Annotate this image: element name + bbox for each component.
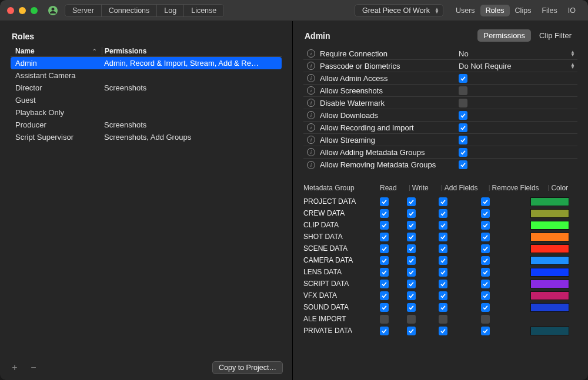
metadata-remove-checkbox[interactable] (481, 209, 490, 218)
permission-checkbox[interactable] (459, 74, 467, 83)
menu-server[interactable]: Server (65, 5, 102, 16)
metadata-add-checkbox[interactable] (439, 291, 447, 300)
metadata-remove-checkbox[interactable] (481, 256, 490, 265)
menu-license[interactable]: License (184, 5, 223, 16)
role-row[interactable]: Assistant Camera (11, 69, 282, 82)
metadata-remove-checkbox[interactable] (481, 221, 490, 230)
metadata-remove-checkbox[interactable] (481, 268, 490, 277)
metadata-add-checkbox[interactable] (439, 256, 447, 265)
info-icon[interactable]: i (307, 74, 315, 82)
role-row[interactable]: Guest (11, 94, 282, 106)
permission-checkbox[interactable] (459, 136, 467, 144)
copy-to-project-button[interactable]: Copy to Project… (212, 361, 283, 374)
color-swatch[interactable] (530, 221, 569, 230)
color-swatch[interactable] (530, 256, 569, 265)
info-icon[interactable]: i (307, 86, 315, 95)
metadata-read-checkbox[interactable] (380, 291, 389, 300)
permission-checkbox[interactable] (459, 160, 467, 169)
color-swatch[interactable] (530, 303, 569, 312)
user-icon[interactable] (48, 6, 58, 15)
nav-tab-clips[interactable]: Clips (510, 5, 537, 16)
color-swatch[interactable] (530, 209, 569, 218)
column-header-name[interactable]: Name ⌃ (11, 47, 102, 55)
metadata-read-checkbox[interactable] (380, 221, 389, 230)
metadata-remove-checkbox[interactable] (481, 303, 490, 312)
metadata-add-checkbox[interactable] (439, 209, 447, 218)
permission-checkbox[interactable] (459, 99, 467, 107)
permission-select[interactable]: No▲▼ (459, 49, 577, 58)
metadata-remove-checkbox[interactable] (481, 197, 490, 206)
metadata-write-checkbox[interactable] (407, 327, 416, 335)
color-swatch[interactable] (530, 291, 569, 300)
menu-log[interactable]: Log (157, 5, 184, 16)
metadata-write-checkbox[interactable] (407, 256, 416, 265)
metadata-add-checkbox[interactable] (439, 303, 447, 312)
color-swatch[interactable] (530, 197, 569, 206)
metadata-write-checkbox[interactable] (407, 291, 416, 300)
color-swatch[interactable] (530, 268, 569, 277)
metadata-read-checkbox[interactable] (380, 327, 389, 335)
metadata-add-checkbox[interactable] (439, 268, 447, 277)
permission-checkbox[interactable] (459, 86, 467, 95)
remove-role-button[interactable]: − (28, 362, 39, 373)
metadata-read-checkbox[interactable] (380, 244, 389, 253)
metadata-read-checkbox[interactable] (380, 233, 389, 241)
nav-tab-io[interactable]: IO (563, 5, 581, 16)
add-role-button[interactable]: + (9, 362, 20, 373)
metadata-remove-checkbox[interactable] (481, 315, 490, 324)
color-swatch[interactable] (530, 280, 569, 288)
metadata-read-checkbox[interactable] (380, 256, 389, 265)
nav-tab-roles[interactable]: Roles (480, 5, 510, 16)
info-icon[interactable]: i (307, 123, 315, 132)
zoom-window-button[interactable] (31, 7, 38, 14)
info-icon[interactable]: i (307, 161, 315, 169)
metadata-add-checkbox[interactable] (439, 233, 447, 241)
metadata-write-checkbox[interactable] (407, 244, 416, 253)
metadata-remove-checkbox[interactable] (481, 327, 490, 335)
metadata-remove-checkbox[interactable] (481, 244, 490, 253)
column-header-permissions[interactable]: Permissions (102, 47, 282, 55)
metadata-read-checkbox[interactable] (380, 197, 389, 206)
info-icon[interactable]: i (307, 49, 315, 58)
metadata-write-checkbox[interactable] (407, 268, 416, 277)
permission-checkbox[interactable] (459, 111, 467, 120)
minimize-window-button[interactable] (19, 7, 26, 14)
metadata-remove-checkbox[interactable] (481, 291, 490, 300)
metadata-read-checkbox[interactable] (380, 209, 389, 218)
tab-clip-filter[interactable]: Clip Filter (533, 29, 577, 42)
metadata-read-checkbox[interactable] (380, 315, 389, 324)
role-row[interactable]: Playback Only (11, 106, 282, 119)
metadata-read-checkbox[interactable] (380, 268, 389, 277)
permission-checkbox[interactable] (459, 148, 467, 157)
color-swatch[interactable] (530, 327, 569, 335)
metadata-add-checkbox[interactable] (439, 315, 447, 324)
permission-select[interactable]: Do Not Require▲▼ (459, 62, 577, 70)
menu-connections[interactable]: Connections (102, 5, 158, 16)
metadata-read-checkbox[interactable] (380, 303, 389, 312)
metadata-write-checkbox[interactable] (407, 197, 416, 206)
metadata-add-checkbox[interactable] (439, 221, 447, 230)
metadata-remove-checkbox[interactable] (481, 233, 490, 241)
metadata-remove-checkbox[interactable] (481, 280, 490, 288)
project-selector[interactable]: Great Piece Of Work ▲▼ (355, 4, 443, 17)
metadata-write-checkbox[interactable] (407, 221, 416, 230)
metadata-add-checkbox[interactable] (439, 280, 447, 288)
color-swatch[interactable] (530, 244, 569, 253)
role-row[interactable]: AdminAdmin, Record & Import, Stream, Add… (11, 57, 282, 69)
metadata-add-checkbox[interactable] (439, 197, 447, 206)
metadata-add-checkbox[interactable] (439, 244, 447, 253)
close-window-button[interactable] (7, 7, 14, 14)
info-icon[interactable]: i (307, 111, 315, 119)
nav-tab-files[interactable]: Files (536, 5, 562, 16)
info-icon[interactable]: i (307, 99, 315, 107)
color-swatch[interactable] (530, 233, 569, 241)
role-row[interactable]: DirectorScreenshots (11, 82, 282, 94)
permission-checkbox[interactable] (459, 123, 467, 132)
metadata-write-checkbox[interactable] (407, 209, 416, 218)
nav-tab-users[interactable]: Users (450, 5, 480, 16)
metadata-add-checkbox[interactable] (439, 327, 447, 335)
info-icon[interactable]: i (307, 136, 315, 144)
info-icon[interactable]: i (307, 62, 315, 70)
metadata-write-checkbox[interactable] (407, 280, 416, 288)
role-row[interactable]: ProducerScreenshots (11, 119, 282, 131)
